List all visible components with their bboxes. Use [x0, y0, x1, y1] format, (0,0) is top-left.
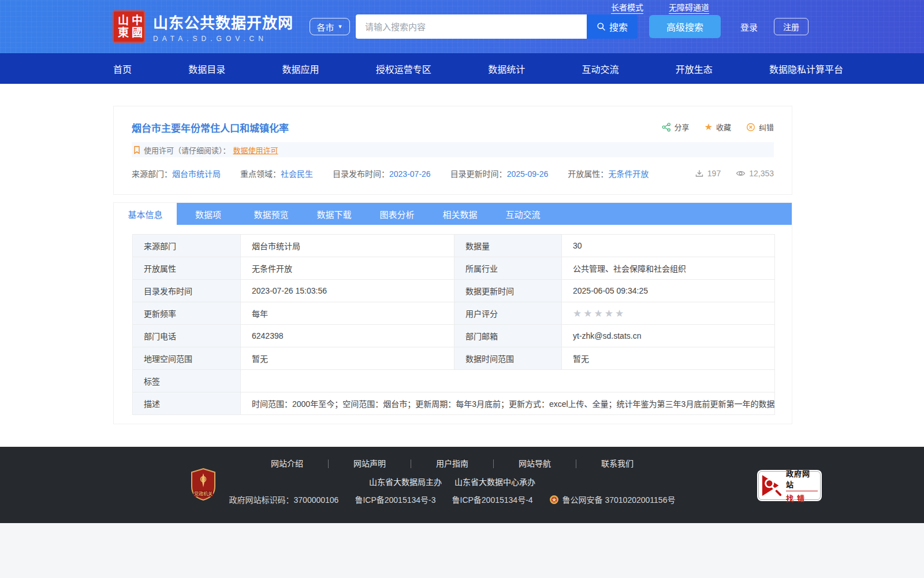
footer-link-statement[interactable]: 网站声明	[329, 460, 411, 468]
site-subtitle: DATA.SD.GOV.CN	[153, 35, 293, 43]
tab-data-download[interactable]: 数据下载	[303, 203, 366, 225]
site-logo-seal-icon: 山東 中國	[113, 10, 145, 43]
police-registration-text: 鲁公网安备 37010202001156号	[562, 494, 676, 505]
table-row: 标签	[133, 370, 775, 392]
meta-update-date: 目录更新时间：2025-09-26	[450, 168, 549, 179]
meta-publish-date-label: 目录发布时间：	[333, 169, 389, 179]
row5-value2: 暂无	[562, 347, 775, 370]
footer-link-contact[interactable]: 联系我们	[576, 460, 658, 468]
dataset-meta-row: 来源部门：烟台市统计局 重点领域：社会民生 目录发布时间：2023-07-26 …	[132, 168, 774, 179]
share-button[interactable]: 分享	[662, 121, 690, 132]
star-icon: ★	[705, 123, 713, 132]
views-stat: 12,353	[736, 169, 774, 178]
page-bottom-strip	[0, 523, 924, 578]
nav-item-privacy-computing[interactable]: 数据隐私计算平台	[769, 62, 843, 76]
dataset-detail-panel: 基本信息 数据项 数据预览 数据下载 图表分析 相关数据 互动交流 来源部门 烟…	[113, 202, 792, 424]
nav-item-authorized-operation[interactable]: 授权运营专区	[376, 62, 431, 76]
meta-update-date-value: 2025-09-26	[507, 169, 549, 179]
bookmark-icon	[133, 146, 141, 154]
tab-interaction[interactable]: 互动交流	[491, 203, 554, 225]
error-correction-label: 纠错	[759, 121, 774, 132]
dataset-title: 烟台市主要年份常住人口和城镇化率	[132, 120, 289, 135]
icp-license-1[interactable]: 鲁ICP备20015134号-3	[355, 494, 435, 505]
host-org-1: 山东省大数据局主办	[369, 477, 442, 487]
search-box: 搜索	[356, 14, 638, 39]
tab-basic-info[interactable]: 基本信息	[114, 203, 177, 225]
nav-item-interaction[interactable]: 互动交流	[582, 62, 619, 76]
police-registration[interactable]: 鲁公网安备 37010202001156号	[549, 494, 676, 505]
city-selector-dropdown[interactable]: 各市 ▼	[310, 18, 350, 35]
favorite-button[interactable]: ★ 收藏	[705, 121, 731, 132]
row2-value2: 2025-06-05 09:34:25	[562, 280, 775, 302]
meta-key-domain-value[interactable]: 社会民生	[281, 169, 313, 179]
city-selector-label: 各市	[317, 21, 334, 33]
footer-link-about[interactable]: 网站介绍	[246, 460, 329, 468]
search-icon	[597, 22, 606, 31]
table-row: 描述 时间范围：2000年至今；空间范围：烟台市；更新周期：每年3月底前；更新方…	[133, 392, 775, 415]
nav-item-home[interactable]: 首页	[113, 62, 132, 76]
register-button[interactable]: 注册	[774, 18, 808, 35]
tab-data-preview[interactable]: 数据预览	[240, 203, 303, 225]
find-error-magnifier-icon	[761, 474, 783, 497]
login-link[interactable]: 登录	[740, 21, 758, 33]
row4-value2: yt-zhk@sd.stats.cn	[562, 325, 775, 347]
row2-label1: 目录发布时间	[133, 280, 241, 302]
advanced-search-button[interactable]: 高级搜索	[649, 15, 721, 38]
host-org-2: 山东省大数据中心承办	[454, 477, 535, 487]
share-icon	[662, 123, 671, 132]
tab-related-data[interactable]: 相关数据	[429, 203, 491, 225]
nav-item-open-ecosystem[interactable]: 开放生态	[676, 62, 713, 76]
user-rating-stars[interactable]: ★★★★★	[573, 308, 625, 319]
seal-right-text: 中國	[129, 14, 142, 39]
description-label: 描述	[133, 392, 241, 415]
basic-info-table: 来源部门 烟台市统计局 数据量 30 开放属性 无条件开放 所属行业 公共管理、…	[132, 234, 775, 415]
row1-label1: 开放属性	[133, 257, 241, 280]
downloads-count: 197	[707, 169, 721, 178]
table-row: 更新频率 每年 用户评分 ★★★★★	[133, 302, 775, 325]
favorite-label: 收藏	[716, 121, 731, 132]
site-identifier-code: 政府网站标识码：3700000106	[229, 494, 339, 505]
page: 长者模式 无障碍通道 山東 中國 山东公共数据开放网 DATA.SD.GOV.C…	[0, 0, 924, 578]
row3-label1: 更新频率	[133, 302, 241, 325]
row2-value1: 2023-07-26 15:03:56	[241, 280, 454, 302]
nav-item-data-catalog[interactable]: 数据目录	[188, 62, 225, 76]
nav-item-data-apps[interactable]: 数据应用	[282, 62, 319, 76]
footer-link-user-guide[interactable]: 用户指南	[411, 460, 494, 468]
seal-left-text: 山東	[116, 14, 128, 39]
row1-label2: 所属行业	[454, 257, 562, 280]
error-correction-button[interactable]: 纠错	[746, 121, 774, 132]
chevron-down-icon: ▼	[338, 24, 343, 29]
tab-data-items[interactable]: 数据项	[177, 203, 240, 225]
header-main: 山東 中國 山东公共数据开放网 DATA.SD.GOV.CN 各市 ▼	[0, 0, 924, 53]
circle-x-icon	[746, 123, 755, 132]
tab-chart-analysis[interactable]: 图表分析	[366, 203, 429, 225]
search-input[interactable]	[356, 14, 587, 39]
dataset-stats: 197 12,353	[695, 169, 774, 178]
meta-source-dept: 来源部门：烟台市统计局	[132, 168, 221, 179]
row0-label1: 来源部门	[133, 235, 241, 257]
meta-open-attribute-label: 开放属性：	[568, 169, 608, 179]
row3-value2: ★★★★★	[562, 302, 775, 325]
table-row: 目录发布时间 2023-07-26 15:03:56 数据更新时间 2025-0…	[133, 280, 775, 302]
police-badge-icon	[549, 495, 559, 505]
gov-site-find-error-badge[interactable]: 政府网站 找错	[758, 471, 821, 500]
nav-item-data-statistics[interactable]: 数据统计	[488, 62, 525, 76]
meta-open-attribute-value[interactable]: 无条件开放	[608, 169, 649, 179]
meta-key-domain: 重点领域：社会民生	[240, 168, 313, 179]
tags-value	[241, 370, 775, 392]
footer-link-sitemap[interactable]: 网站导航	[494, 460, 576, 468]
meta-source-dept-value[interactable]: 烟台市统计局	[172, 169, 221, 179]
table-row: 部门电话 6242398 部门邮箱 yt-zhk@sd.stats.cn	[133, 325, 775, 347]
site-title: 山东公共数据开放网	[153, 11, 293, 32]
main-nav: 首页 数据目录 数据应用 授权运营专区 数据统计 互动交流 开放生态 数据隐私计…	[0, 53, 924, 84]
table-row: 开放属性 无条件开放 所属行业 公共管理、社会保障和社会组织	[133, 257, 775, 280]
search-button[interactable]: 搜索	[587, 14, 638, 39]
tab-bar: 基本信息 数据项 数据预览 数据下载 图表分析 相关数据 互动交流	[114, 203, 792, 225]
basic-info-table-wrap: 来源部门 烟台市统计局 数据量 30 开放属性 无条件开放 所属行业 公共管理、…	[114, 225, 792, 424]
description-value: 时间范围：2000年至今；空间范围：烟台市；更新周期：每年3月底前；更新方式：e…	[241, 392, 775, 415]
find-error-line1: 政府网站	[786, 468, 818, 491]
license-link[interactable]: 数据使用许可	[233, 144, 278, 155]
table-row: 地理空间范围 暂无 数据时间范围 暂无	[133, 347, 775, 370]
table-row: 来源部门 烟台市统计局 数据量 30	[133, 235, 775, 257]
icp-license-2[interactable]: 鲁ICP备20015134号-4	[452, 494, 533, 505]
